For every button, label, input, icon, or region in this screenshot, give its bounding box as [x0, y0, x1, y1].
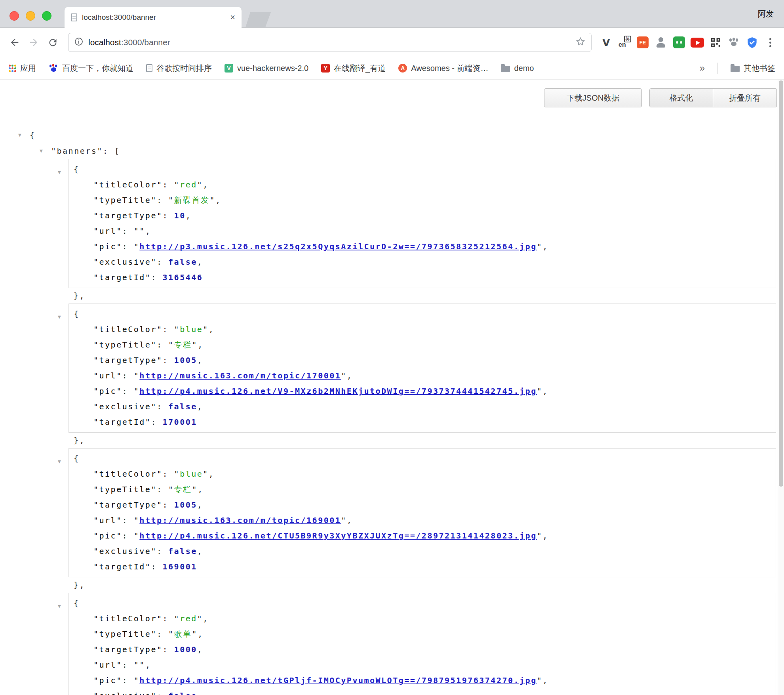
- json-punc: :: [151, 562, 162, 571]
- security-shield-extension-icon[interactable]: [744, 35, 759, 50]
- browser-tab[interactable]: localhost:3000/banner ×: [65, 7, 242, 28]
- bookmark-awesomes[interactable]: A Awesomes - 前端资…: [398, 63, 488, 74]
- bookmark-demo-folder[interactable]: demo: [501, 64, 534, 73]
- json-object-box: ▼{"titleColor": "red","typeTitle": "新碟首发…: [69, 159, 776, 288]
- json-num: 1000: [174, 645, 197, 654]
- bookmarks-overflow-chevron[interactable]: »: [700, 63, 705, 74]
- collapse-all-button[interactable]: 折叠所有: [713, 88, 777, 107]
- profile-name[interactable]: 阿发: [758, 9, 774, 19]
- json-field-targetId: "targetId": 170001: [74, 414, 771, 430]
- json-punc: :: [163, 325, 174, 334]
- json-url-link[interactable]: http://music.163.com/m/topic/170001: [139, 371, 341, 380]
- bookmark-baidu[interactable]: 百度一下，你就知道: [49, 63, 133, 74]
- json-field-targetId: "targetId": 169001: [74, 559, 771, 575]
- bookmark-vue-hackernews[interactable]: V vue-hackernews-2.0: [225, 64, 308, 73]
- json-key: "titleColor": [93, 469, 163, 479]
- page-scrollbar[interactable]: [778, 80, 784, 695]
- folder-icon: [501, 66, 510, 72]
- json-field-titleColor: "titleColor": "red",: [74, 177, 771, 193]
- json-punc: ,: [145, 660, 151, 670]
- json-url-link[interactable]: http://p3.music.126.net/s25q2x5QyqsAzilC…: [139, 242, 537, 251]
- json-q: ": [134, 660, 140, 670]
- json-q: ": [537, 531, 543, 540]
- scrollbar-thumb[interactable]: [779, 80, 783, 487]
- back-button[interactable]: [6, 34, 23, 51]
- collapse-toggle-icon[interactable]: ▼: [58, 309, 69, 325]
- json-q: ": [174, 325, 180, 334]
- address-bar[interactable]: localhost:3000/banner: [68, 33, 592, 52]
- json-punc: :: [122, 386, 134, 396]
- collapse-toggle-icon[interactable]: ▼: [58, 598, 69, 614]
- json-key: "url": [93, 371, 122, 380]
- json-key: "exclusive": [93, 257, 157, 267]
- other-bookmarks-folder[interactable]: 其他书签: [731, 63, 775, 74]
- json-field-pic: "pic": "http://p4.music.126.net/tGPljf-I…: [74, 673, 771, 688]
- forward-button[interactable]: [25, 34, 42, 51]
- download-json-button[interactable]: 下载JSON数据: [544, 88, 642, 107]
- bookmark-google-sort[interactable]: 谷歌按时间排序: [146, 63, 212, 74]
- json-str: 新碟首发: [174, 195, 210, 205]
- json-url-link[interactable]: http://music.163.com/m/topic/169001: [139, 516, 341, 525]
- json-banners-line: ▼"banners": [: [40, 143, 776, 159]
- json-punc: ,: [197, 546, 203, 556]
- green-monkey-extension-icon[interactable]: [672, 35, 687, 50]
- accounts-extension-icon[interactable]: [653, 35, 668, 50]
- collapse-toggle-icon[interactable]: ▼: [58, 164, 69, 180]
- page-info-icon[interactable]: [74, 37, 84, 48]
- paw-extension-icon[interactable]: [726, 35, 741, 50]
- json-url-link[interactable]: http://p4.music.126.net/CTU5B9R9y3XyYBZX…: [139, 531, 537, 540]
- bookmark-star-icon[interactable]: [575, 36, 586, 48]
- json-str: red: [180, 180, 197, 189]
- youtube-extension-icon[interactable]: [690, 35, 705, 50]
- collapse-toggle-icon[interactable]: ▼: [58, 454, 69, 469]
- zoom-window-button[interactable]: [42, 11, 51, 21]
- json-str: 歌单: [174, 629, 192, 639]
- close-window-button[interactable]: [10, 11, 19, 21]
- json-q: ": [210, 195, 216, 205]
- fehelper-extension-icon[interactable]: FE: [635, 35, 650, 50]
- json-punc: ,: [347, 516, 353, 525]
- bookmarks-bar: 应用 百度一下，你就知道 谷歌按时间排序 V vue-hackernews-2.…: [0, 57, 784, 80]
- json-object: ▼{"titleColor": "blue","typeTitle": "专栏"…: [69, 448, 776, 593]
- bookmark-youdao[interactable]: Y 在线翻译_有道: [321, 63, 386, 74]
- json-punc: {: [74, 309, 80, 319]
- translate-extension-icon[interactable]: en英: [617, 35, 632, 50]
- json-punc: :: [163, 180, 174, 189]
- json-key: "exclusive": [93, 546, 157, 556]
- json-key: "pic": [93, 676, 122, 685]
- json-q: ": [139, 226, 145, 236]
- format-button[interactable]: 格式化: [649, 88, 713, 107]
- json-key: "url": [93, 516, 122, 525]
- page-icon: [146, 64, 152, 72]
- navigation-toolbar: localhost:3000/banner V en英 FE: [0, 28, 784, 57]
- json-q: ": [168, 340, 174, 349]
- json-field-typeTitle: "typeTitle": "专栏",: [74, 337, 771, 353]
- new-tab-button[interactable]: [245, 12, 271, 27]
- bookmark-apps[interactable]: 应用: [9, 63, 36, 74]
- json-q: ": [174, 180, 180, 189]
- json-punc: },: [74, 435, 85, 445]
- json-punc: ,: [209, 325, 215, 334]
- minimize-window-button[interactable]: [26, 11, 35, 21]
- collapse-toggle-icon[interactable]: ▼: [18, 127, 30, 143]
- collapse-toggle-icon[interactable]: ▼: [40, 143, 51, 158]
- qr-code-extension-icon[interactable]: [708, 35, 723, 50]
- vimium-extension-icon[interactable]: V: [599, 35, 614, 50]
- json-key: "targetType": [93, 645, 163, 654]
- json-url-link[interactable]: http://p4.music.126.net/V9-MXz6b2MNhEKju…: [139, 386, 537, 396]
- json-field-exclusive: "exclusive": false: [74, 688, 771, 695]
- browser-menu-button[interactable]: [763, 35, 778, 50]
- json-bool: false: [168, 546, 197, 556]
- json-viewer: ▼{ ▼"banners": [ ▼{"titleColor": "red","…: [0, 80, 784, 695]
- format-collapse-group: 格式化 折叠所有: [649, 88, 777, 107]
- json-object-close: },: [74, 433, 776, 448]
- json-url-link[interactable]: http://p4.music.126.net/tGPljf-IMOCyPvum…: [139, 676, 537, 685]
- json-q: ": [168, 195, 174, 205]
- json-q: ": [197, 614, 203, 623]
- bookmarks-divider: [717, 63, 718, 74]
- json-q: ": [203, 325, 209, 334]
- tab-close-icon[interactable]: ×: [230, 13, 235, 22]
- json-page-actions: 下载JSON数据 格式化 折叠所有: [544, 88, 777, 107]
- reload-button[interactable]: [44, 34, 61, 51]
- json-key: "titleColor": [93, 614, 163, 623]
